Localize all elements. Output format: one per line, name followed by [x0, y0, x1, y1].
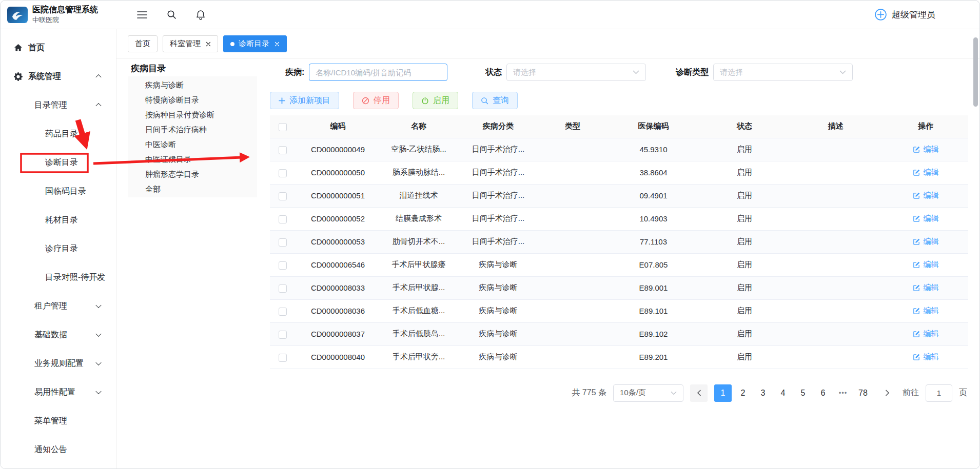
- catalog-panel-title: 疾病目录: [128, 61, 257, 76]
- sidebar-item-易用性配置[interactable]: 易用性配置: [1, 378, 116, 406]
- edit-button[interactable]: 编辑: [913, 145, 939, 154]
- disable-button[interactable]: 停用: [353, 92, 399, 109]
- row-checkbox[interactable]: [279, 354, 287, 362]
- page-4[interactable]: 4: [774, 384, 792, 402]
- cell-status: 启用: [701, 345, 788, 369]
- page-ellipsis[interactable]: •••: [834, 384, 852, 402]
- sidebar-item-目录管理[interactable]: 目录管理: [1, 91, 116, 119]
- tab-close-icon[interactable]: [275, 42, 280, 47]
- select-all-header: [270, 115, 296, 138]
- edit-button[interactable]: 编辑: [913, 237, 939, 247]
- catalog-item-中医诊断[interactable]: 中医诊断: [128, 137, 257, 152]
- cell-description: [788, 299, 883, 322]
- tab-诊断目录[interactable]: 诊断目录: [223, 35, 287, 52]
- sidebar-item-目录对照-待开发[interactable]: 目录对照-待开发: [1, 263, 116, 292]
- gear-icon: [14, 72, 23, 81]
- user-name: 超级管理员: [892, 9, 935, 21]
- cell-type: [539, 230, 606, 253]
- home-icon: [14, 44, 23, 52]
- cell-category: 疾病与诊断: [457, 322, 539, 345]
- sidebar-item-诊断目录[interactable]: 诊断目录: [1, 148, 116, 177]
- catalog-item-特慢病诊断目录[interactable]: 特慢病诊断目录: [128, 92, 257, 107]
- goto-page-input[interactable]: [926, 384, 952, 402]
- active-tab-dot: [230, 42, 234, 46]
- page-1[interactable]: 1: [714, 384, 732, 402]
- row-checkbox[interactable]: [279, 308, 287, 316]
- cell-code: CD0000000049: [296, 138, 380, 161]
- catalog-item-肿瘤形态学目录[interactable]: 肿瘤形态学目录: [128, 167, 257, 181]
- edit-button[interactable]: 编辑: [913, 306, 939, 316]
- catalog-item-日间手术治疗病种[interactable]: 日间手术治疗病种: [128, 122, 257, 137]
- table-row: CD0000008037 手术后低胰岛... 疾病与诊断 E89.102 启用 …: [270, 322, 968, 345]
- catalog-item-按病种目录付费诊断[interactable]: 按病种目录付费诊断: [128, 107, 257, 122]
- diagnosis-type-select[interactable]: 请选择: [713, 64, 853, 81]
- edit-button[interactable]: 编辑: [913, 329, 939, 339]
- sidebar-item-药品目录[interactable]: 药品目录: [1, 119, 116, 148]
- row-checkbox[interactable]: [279, 331, 287, 339]
- edit-icon: [913, 169, 920, 176]
- enable-button[interactable]: 启用: [413, 92, 458, 109]
- page-78[interactable]: 78: [854, 384, 872, 402]
- row-checkbox[interactable]: [279, 284, 287, 293]
- table-row: CD0000008033 手术后甲状腺... 疾病与诊断 E89.001 启用 …: [270, 276, 968, 299]
- sidebar-item-业务规则配置[interactable]: 业务规则配置: [1, 349, 116, 378]
- prev-page-button[interactable]: [690, 384, 708, 402]
- page-3[interactable]: 3: [754, 384, 772, 402]
- sidebar-item-基础数据[interactable]: 基础数据: [1, 320, 116, 349]
- edit-icon: [913, 284, 920, 292]
- goto-suffix: 页: [959, 388, 967, 398]
- add-item-button[interactable]: 添加新项目: [270, 92, 339, 109]
- query-button[interactable]: 查询: [472, 92, 518, 109]
- next-page-button[interactable]: [878, 384, 896, 402]
- search-icon[interactable]: [167, 10, 177, 19]
- tab-close-icon[interactable]: [206, 42, 211, 47]
- notification-bell-icon[interactable]: [196, 10, 205, 20]
- sidebar-item-系统管理[interactable]: 系统管理: [1, 62, 116, 91]
- row-checkbox[interactable]: [279, 169, 287, 177]
- sidebar-item-耗材目录[interactable]: 耗材目录: [1, 206, 116, 234]
- edit-icon: [913, 353, 920, 361]
- sidebar-item-label: 系统管理: [28, 71, 61, 82]
- sidebar-item-诊疗目录[interactable]: 诊疗目录: [1, 234, 116, 263]
- page-6[interactable]: 6: [814, 384, 832, 402]
- chevron-up-icon: [95, 74, 101, 80]
- user-menu[interactable]: 超级管理员: [874, 8, 979, 21]
- cell-code: CD0000008036: [296, 299, 380, 322]
- edit-button[interactable]: 编辑: [913, 352, 939, 362]
- tab-科室管理[interactable]: 科室管理: [163, 35, 218, 52]
- edit-button[interactable]: 编辑: [913, 191, 939, 200]
- sidebar-item-label: 首页: [28, 43, 45, 53]
- disease-search-input[interactable]: [309, 64, 447, 81]
- catalog-item-中医证候目录[interactable]: 中医证候目录: [128, 152, 257, 167]
- edit-button[interactable]: 编辑: [913, 283, 939, 293]
- edit-button[interactable]: 编辑: [913, 214, 939, 223]
- cell-category: 疾病与诊断: [457, 276, 539, 299]
- select-all-checkbox[interactable]: [279, 123, 287, 131]
- row-checkbox[interactable]: [279, 192, 287, 200]
- page-2[interactable]: 2: [734, 384, 752, 402]
- catalog-item-全部[interactable]: 全部: [128, 181, 257, 196]
- vertical-scrollbar[interactable]: [973, 37, 978, 107]
- catalog-item-疾病与诊断[interactable]: 疾病与诊断: [128, 77, 257, 92]
- cell-code: CD0000000053: [296, 230, 380, 253]
- tab-首页[interactable]: 首页: [128, 35, 158, 52]
- cell-status: 启用: [701, 299, 788, 322]
- edit-button[interactable]: 编辑: [913, 260, 939, 270]
- collapse-menu-icon[interactable]: [137, 11, 147, 19]
- sidebar-item-国临码目录[interactable]: 国临码目录: [1, 177, 116, 206]
- row-checkbox[interactable]: [279, 261, 287, 270]
- cell-description: [788, 322, 883, 345]
- status-select[interactable]: 请选择: [506, 64, 646, 81]
- row-checkbox[interactable]: [279, 238, 287, 247]
- cell-insurance-code: E07.805: [606, 253, 701, 276]
- row-checkbox[interactable]: [279, 146, 287, 154]
- filter-bar: 疾病: 状态 请选择 诊断类型 请选择: [270, 62, 967, 83]
- sidebar-item-通知公告[interactable]: 通知公告: [1, 435, 116, 464]
- page-5[interactable]: 5: [794, 384, 812, 402]
- page-size-select[interactable]: 10条/页: [613, 384, 683, 402]
- sidebar-item-首页[interactable]: 首页: [1, 33, 116, 62]
- sidebar-item-菜单管理[interactable]: 菜单管理: [1, 406, 116, 435]
- row-checkbox[interactable]: [279, 215, 287, 223]
- edit-button[interactable]: 编辑: [913, 168, 939, 177]
- sidebar-item-租户管理[interactable]: 租户管理: [1, 292, 116, 320]
